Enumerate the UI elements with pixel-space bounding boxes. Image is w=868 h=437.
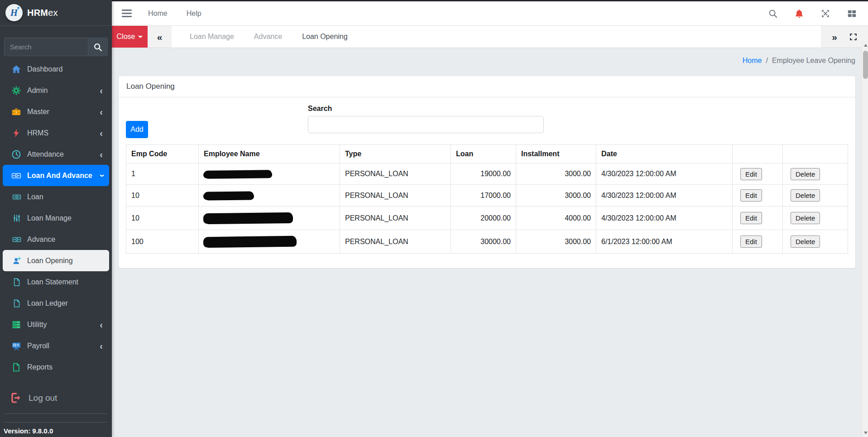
cell-installment: 3000.00 [516,185,596,206]
cell-delete: Delete [783,230,848,254]
sidebar-divider [5,413,107,414]
edit-button[interactable]: Edit [740,212,762,224]
sidebar-search-button[interactable] [88,38,108,56]
cell-delete: Delete [783,206,848,230]
sidebar-divider [5,422,107,423]
sidebar-item-loan-ledger[interactable]: Loan Ledger [3,293,109,314]
column-header-loan: Loan [451,145,516,163]
delete-button[interactable]: Delete [791,189,820,202]
sidebar-item-loan-and-advance[interactable]: Loan And Advance ‹ [3,165,109,186]
column-header-installment: Installment [516,145,596,163]
search-icon[interactable] [768,9,778,19]
sidebar-item-advance[interactable]: Advance [3,229,109,250]
cell-employee-name [199,230,340,254]
brand-title: HRMex [27,8,58,18]
chevron-left-icon: ‹ [100,341,103,351]
double-chevron-right-icon[interactable]: » [832,32,837,42]
gear-icon [11,86,21,96]
file-icon [12,299,21,308]
close-dropdown-button[interactable]: Close [112,26,148,48]
edit-button[interactable]: Edit [740,168,762,180]
redacted-employee-name [204,236,296,247]
cell-loan: 19000.00 [451,163,516,185]
expand-arrows-icon[interactable] [820,9,830,19]
sidebar-item-master[interactable]: Master ‹ [3,101,109,122]
nav-link-home[interactable]: Home [148,10,168,18]
sliders-icon [12,214,21,223]
delete-button[interactable]: Delete [791,212,820,224]
sidebar-item-loan-opening[interactable]: Loan Opening [3,250,109,271]
double-chevron-left-icon: « [157,32,163,42]
delete-button[interactable]: Delete [791,168,820,180]
scroll-thumb[interactable] [863,51,868,79]
edit-button[interactable]: Edit [740,235,762,248]
cell-emp-code: 10 [126,185,199,206]
cell-date: 4/30/2023 12:00:00 AM [596,163,733,185]
open-tabs: Loan Manage Advance Loan Opening [172,26,348,48]
table-search-input[interactable] [308,116,544,133]
cell-employee-name [199,163,340,185]
column-header-date: Date [596,145,733,163]
card-title: Loan Opening [119,76,855,97]
cell-loan: 30000.00 [451,230,516,254]
sidebar-item-dashboard[interactable]: Dashboard [3,58,109,80]
sidebar-search-input[interactable] [4,38,88,56]
loan-table: Emp Code Employee Name Type Loan Install… [126,144,848,254]
scroll-down-button[interactable] [862,429,868,436]
sidebar-item-loan[interactable]: Loan [3,186,109,207]
chevron-left-icon: ‹ [100,107,103,116]
version-label: Version: 9.8.0.0 [4,427,53,435]
sidebar-item-loan-statement[interactable]: Loan Statement [3,271,109,293]
add-button[interactable]: Add [126,121,148,138]
breadcrumb-home-link[interactable]: Home [743,57,762,65]
card-body: Add Search Emp Code E [119,97,855,268]
table-row: 1 PERSONAL_LOAN 19000.00 3000.00 4/30/20… [126,163,848,185]
sidebar-item-hrms[interactable]: HRMS ‹ [3,122,109,144]
cell-installment: 4000.00 [516,206,596,230]
sidebar-item-reports[interactable]: Reports [3,356,109,378]
sidebar-item-loan-manage[interactable]: Loan Manage [3,207,109,229]
tabbar-right-controls: » [821,26,868,48]
table-row: 10 PERSONAL_LOAN 17000.00 3000.00 4/30/2… [126,185,848,206]
banknote-icon [12,192,21,202]
edit-button[interactable]: Edit [740,189,762,202]
table-toolbar: Add Search [126,105,848,138]
file-icon [11,362,21,372]
main-column: Home Help Close « Loan Manage Advance Lo… [112,0,868,437]
hamburger-menu-icon[interactable] [122,10,132,17]
content-area: Home / Employee Leave Opening Loan Openi… [112,48,868,437]
sidebar-item-admin[interactable]: Admin ‹ [3,80,109,101]
cell-emp-code: 1 [126,163,199,185]
sidebar-item-attendance[interactable]: Attendance ‹ [3,144,109,165]
cell-installment: 3000.00 [516,163,596,185]
tab-advance[interactable]: Advance [254,33,282,41]
tab-loan-opening[interactable]: Loan Opening [302,33,348,41]
cell-edit: Edit [733,163,783,185]
delete-button[interactable]: Delete [791,235,820,248]
sidebar-item-utilitty[interactable]: Utilitty ‹ [3,314,109,335]
column-header-type: Type [340,145,451,163]
cell-type: PERSONAL_LOAN [340,206,451,230]
table-search-group: Search [308,105,544,133]
scroll-up-button[interactable] [862,42,868,48]
cell-edit: Edit [733,230,783,254]
loan-opening-card: Loan Opening Add Search [119,76,855,268]
cell-employee-name [199,206,340,230]
cell-emp-code: 100 [126,230,199,254]
server-icon [11,320,21,330]
redacted-employee-name [204,191,254,200]
tab-loan-manage[interactable]: Loan Manage [190,33,234,41]
chevron-left-icon: ‹ [100,150,103,159]
cell-type: PERSONAL_LOAN [340,163,451,185]
search-label: Search [308,105,544,113]
fullscreen-icon[interactable] [849,33,858,41]
notifications-bell-icon[interactable] [794,9,804,19]
tabs-scroll-left-button[interactable]: « [148,26,172,48]
vertical-scrollbar[interactable] [862,41,868,437]
cell-employee-name [199,185,340,206]
nav-link-help[interactable]: Help [187,10,201,18]
logout-button[interactable]: Log out [3,387,109,409]
cell-date: 6/1/2023 12:00:00 AM [596,230,733,254]
sidebar-item-payroll[interactable]: Payroll ‹ [3,335,109,356]
grid-icon[interactable] [847,9,857,19]
